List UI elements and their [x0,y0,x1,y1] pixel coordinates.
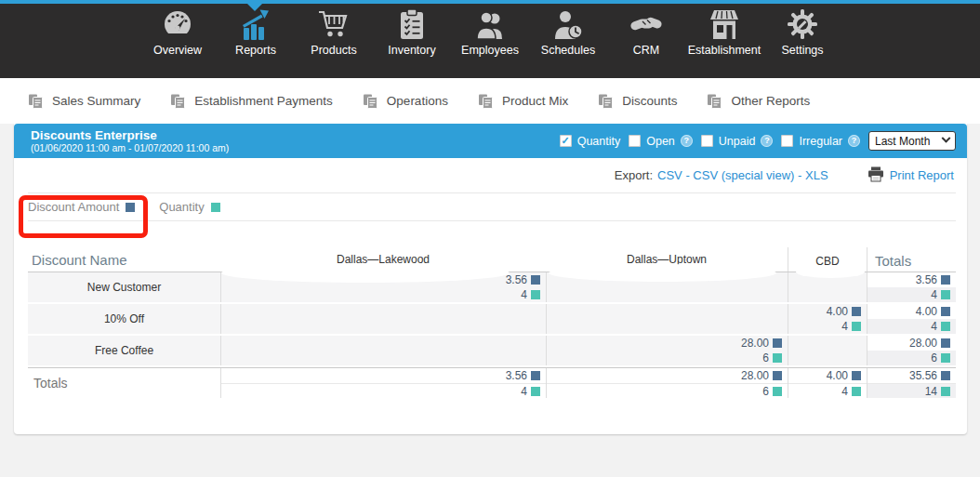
period-select-value: Last Month [875,135,930,148]
print-report-button[interactable]: Print Report [867,166,954,185]
irregular-checkbox[interactable] [781,135,793,147]
print-report-label: Print Report [890,168,954,182]
report-pages-icon [363,94,378,109]
export-csv-special-link[interactable]: CSV (special view) [693,168,794,182]
irregular-help-icon[interactable]: ? [848,135,860,147]
quantity-checkbox[interactable]: ✓ [560,135,572,147]
discount-amount-marker [773,371,782,380]
legend-discount-amount[interactable]: Discount Amount [28,200,135,214]
nav-item-schedules[interactable]: Schedules [529,7,607,57]
discount-amount-swatch [126,203,135,212]
chevron-down-icon [942,134,951,143]
discount-amount-marker [941,307,950,316]
subnav-item-establishment-payments[interactable]: Establishment Payments [170,94,333,109]
discount-amount-marker [941,275,950,285]
nav-label: Inventory [388,44,435,57]
people-icon [474,7,506,41]
report-pages-icon [707,94,722,109]
quantity-marker [941,387,950,396]
unpaid-help-icon[interactable]: ? [761,135,773,147]
table-row: Free Coffee 28.00 6 28.00 6 [28,336,956,365]
table-cell [220,336,546,365]
decorative-wave [549,264,776,282]
nav-item-crm[interactable]: CRM [607,7,685,57]
gear-icon [787,7,818,41]
nav-item-products[interactable]: Products [295,7,373,57]
quantity-marker [531,290,540,299]
open-checkbox[interactable] [629,135,641,147]
table-cell [788,336,867,365]
nav-label: Schedules [541,44,595,57]
quantity-marker [773,353,782,363]
quantity-marker [852,322,861,331]
subnav-item-discounts[interactable]: Discounts [598,94,677,109]
printer-icon [867,166,884,185]
table-cell: 28.00 6 [867,336,956,365]
column-header-discount-name: Discount Name [28,247,220,272]
nav-label: Establishment [688,44,761,57]
period-select[interactable]: Last Month [868,131,956,151]
nav-label: Overview [153,44,202,57]
nav-item-employees[interactable]: Employees [451,7,529,57]
report-date-range: (01/06/2020 11:00 am - 01/07/2020 11:00 … [31,142,229,153]
table-totals-row: Totals 3.56 4 28.00 6 4.00 4 35.56 14 [28,367,956,398]
handshake-icon [629,7,664,41]
row-label: 10% Off [28,304,220,334]
row-label: New Customer [28,272,220,302]
quantity-swatch [211,203,220,212]
legend-quantity[interactable]: Quantity [159,200,219,214]
open-checkbox-label: Open [646,135,675,148]
subnav-item-sales-summary[interactable]: Sales Summary [28,94,140,109]
export-bar: Export: CSV - CSV (special view) - XLS P… [14,158,967,192]
quantity-marker [941,322,950,331]
nav-label: Employees [461,44,519,57]
subnav-item-product-mix[interactable]: Product Mix [478,94,568,109]
open-help-icon[interactable]: ? [681,135,693,147]
report-pages-icon [478,94,494,109]
discount-amount-marker [773,338,782,348]
bar-chart-arrow-icon [240,7,271,41]
decorative-wave [796,266,865,278]
nav-item-reports[interactable]: Reports [217,7,295,57]
table-cell: 35.56 14 [867,368,956,398]
discount-amount-marker [852,371,861,380]
quantity-checkbox-label: Quantity [577,135,621,148]
export-xls-link[interactable]: XLS [805,168,828,182]
export-csv-link[interactable]: CSV [657,168,682,182]
column-header-totals: Totals [867,247,956,272]
subnav-item-other-reports[interactable]: Other Reports [707,94,810,109]
export-label: Export: [615,168,653,182]
report-pages-icon [598,94,614,109]
quantity-marker [773,387,782,396]
discounts-report-panel: Discounts Enterprise (01/06/2020 11:00 a… [14,124,967,434]
row-label: Free Coffee [28,336,220,365]
discount-amount-marker [941,371,950,380]
discount-amount-marker [941,338,950,348]
quantity-marker [941,353,950,363]
table-row: 10% Off 4.00 4 4.00 4 [28,304,956,334]
gauge-icon [162,7,193,41]
subnav-item-operations[interactable]: Operations [363,94,448,109]
discount-amount-marker [852,307,861,316]
table-cell: 3.56 4 [867,272,956,302]
top-accent-strip [0,0,980,4]
nav-item-establishment[interactable]: Establishment [685,7,763,57]
discounts-table: Discount Name Dallas—Lakewood Dallas—Upt… [28,247,956,398]
nav-label: CRM [633,44,659,57]
table-cell: 28.00 6 [546,368,788,398]
table-cell: 3.56 4 [220,368,546,398]
top-navigation: Overview Reports [0,0,980,78]
report-pages-icon [170,94,186,109]
table-cell [220,304,546,334]
unpaid-checkbox[interactable] [701,135,713,147]
nav-label: Products [311,44,356,57]
quantity-marker [941,290,950,299]
nav-item-overview[interactable]: Overview [139,7,217,57]
storefront-icon [709,7,740,41]
nav-item-settings[interactable]: Settings [763,7,841,57]
table-cell: 4.00 4 [867,304,956,334]
unpaid-checkbox-label: Unpaid [719,135,756,148]
report-header-bar: Discounts Enterprise (01/06/2020 11:00 a… [14,124,967,158]
nav-item-inventory[interactable]: Inventory [373,7,451,57]
legend: Discount Amount Quantity [14,193,967,220]
